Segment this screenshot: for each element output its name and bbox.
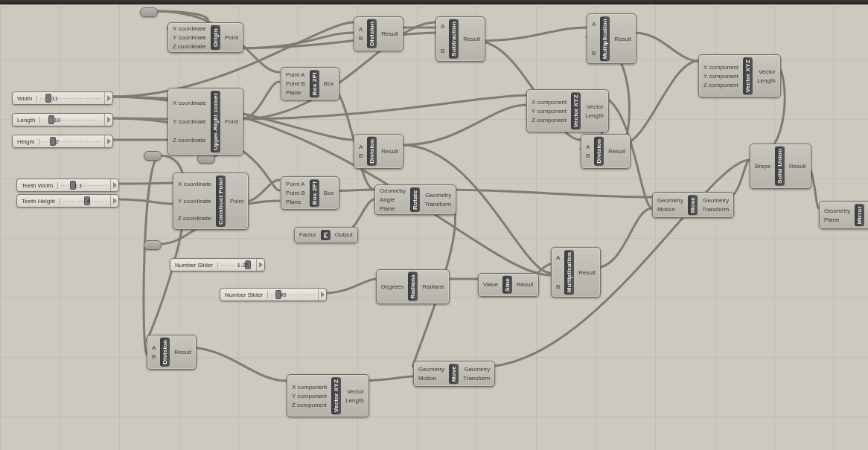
slider-number-2[interactable]: Number Slider 45: [220, 288, 327, 301]
port-in[interactable]: Point B: [284, 80, 307, 88]
port-in[interactable]: Degrees: [380, 283, 405, 291]
port-out[interactable]: Box: [322, 80, 336, 88]
node-subtraction[interactable]: A B Subtraction Result: [435, 16, 485, 62]
port-in[interactable]: X component: [702, 63, 740, 71]
node-vector-xyz-3[interactable]: X component Y component Z component Vect…: [287, 374, 369, 417]
port-in[interactable]: Motion: [417, 374, 438, 382]
port-in[interactable]: B: [357, 152, 364, 160]
port-in[interactable]: Y coordinate: [171, 118, 208, 126]
port-out[interactable]: Point: [223, 33, 240, 42]
port-in[interactable]: A: [357, 25, 364, 33]
slider-output-grip[interactable]: [104, 135, 112, 147]
port-in[interactable]: Y coordinate: [171, 33, 208, 42]
port-out[interactable]: Result: [607, 147, 627, 155]
node-vector-xyz-2[interactable]: X component Y component Z component Vect…: [698, 54, 781, 97]
node-rotate[interactable]: Geometry Angle Plane Rotate Geometry Tra…: [374, 184, 456, 215]
node-multiplication-1[interactable]: A B Multiplication Result: [587, 13, 636, 64]
port-out[interactable]: Result: [173, 348, 193, 356]
port-in[interactable]: Y component: [702, 72, 740, 80]
port-out[interactable]: Vector: [585, 103, 605, 111]
node-solid-union[interactable]: Breps Solid Union Result: [750, 144, 811, 189]
port-out[interactable]: Radians: [421, 283, 445, 291]
port-in[interactable]: A: [590, 20, 597, 28]
port-in[interactable]: A: [584, 143, 591, 151]
port-in[interactable]: Y coordinate: [176, 197, 213, 205]
node-division-1[interactable]: A B Division Result: [354, 16, 403, 51]
port-in[interactable]: B: [555, 283, 561, 291]
port-in[interactable]: Z component: [702, 81, 740, 89]
port-in[interactable]: Point A: [284, 180, 306, 188]
port-in[interactable]: Z coordinate: [176, 214, 212, 222]
port-in[interactable]: B: [357, 34, 364, 42]
node-origin[interactable]: X coordinate Y coordinate Z coordinate O…: [167, 22, 243, 53]
port-in[interactable]: Geometry: [656, 196, 685, 205]
port-in[interactable]: X component: [290, 383, 328, 391]
slider-output-grip[interactable]: [110, 179, 118, 191]
port-in[interactable]: Z coordinate: [171, 136, 207, 144]
port-out[interactable]: Vector: [345, 388, 366, 396]
port-out[interactable]: Transform: [423, 200, 453, 208]
slider-length[interactable]: Length 18: [12, 113, 113, 126]
port-out[interactable]: Result: [380, 147, 400, 155]
port-in[interactable]: A: [439, 22, 446, 30]
node-division-2[interactable]: A B Division Result: [354, 134, 403, 169]
port-in[interactable]: Point A: [284, 71, 306, 79]
port-out[interactable]: Transform: [462, 374, 491, 382]
port-out[interactable]: Length: [344, 396, 365, 405]
slider-teeth-height[interactable]: Teeth Height 4: [16, 194, 119, 208]
port-out[interactable]: Point: [223, 118, 240, 126]
relay[interactable]: [140, 7, 158, 17]
slider-output-grip[interactable]: [256, 259, 264, 271]
port-out[interactable]: Geometry: [462, 365, 491, 373]
port-out[interactable]: Result: [515, 280, 535, 289]
port-in[interactable]: Value: [482, 280, 500, 289]
port-in[interactable]: B: [584, 152, 591, 160]
port-in[interactable]: A: [150, 344, 157, 352]
node-move-2[interactable]: Geometry Motion Move Geometry Transform: [413, 361, 495, 387]
node-division-3[interactable]: A B Division Result: [581, 134, 631, 169]
node-construct-point[interactable]: X coordinate Y coordinate Z coordinate C…: [173, 173, 249, 230]
port-in[interactable]: Plane: [378, 205, 396, 213]
node-sine[interactable]: Value Sine Result: [478, 273, 539, 297]
port-in[interactable]: X component: [530, 98, 568, 106]
node-vector-xyz-1[interactable]: X component Y component Z component Vect…: [526, 89, 609, 132]
port-out[interactable]: Result: [380, 30, 400, 38]
port-in[interactable]: X coordinate: [176, 180, 213, 188]
port-out[interactable]: Length: [756, 77, 776, 85]
port-in[interactable]: Plane: [284, 89, 302, 97]
slider-width[interactable]: Width 11: [12, 91, 113, 105]
node-radians[interactable]: Degrees Radians Radians: [376, 269, 450, 304]
port-in[interactable]: Motion: [656, 205, 677, 213]
port-in[interactable]: Plane: [284, 198, 302, 206]
node-mirror[interactable]: Geometry Plane Mirror Ge Tr: [819, 201, 868, 229]
port-in[interactable]: Z component: [290, 401, 328, 409]
port-in[interactable]: Z coordinate: [171, 42, 207, 51]
port-in[interactable]: Angle: [378, 196, 396, 204]
port-in[interactable]: Point B: [284, 189, 307, 197]
port-out[interactable]: Result: [577, 269, 597, 277]
port-out[interactable]: Output: [334, 231, 354, 239]
port-in[interactable]: Geometry: [417, 365, 446, 373]
port-in[interactable]: Y component: [530, 107, 568, 115]
port-out[interactable]: Point: [229, 197, 245, 205]
node-box-2pt-2[interactable]: Point A Point B Plane Box 2Pt Box: [281, 176, 339, 210]
slider-height[interactable]: Height 2: [12, 135, 113, 148]
slider-output-grip[interactable]: [110, 195, 118, 207]
node-move-1[interactable]: Geometry Motion Move Geometry Transform: [652, 192, 734, 218]
node-pi[interactable]: Factor Pi Output: [294, 227, 358, 243]
slider-teeth-width[interactable]: Teeth Width 1.1: [16, 179, 119, 192]
slider-output-grip[interactable]: [104, 92, 112, 104]
port-in[interactable]: Geometry: [378, 187, 407, 195]
port-in[interactable]: Z component: [530, 116, 568, 124]
port-in[interactable]: Factor: [298, 231, 318, 239]
port-in[interactable]: A: [357, 143, 364, 151]
port-out[interactable]: Geometry: [701, 196, 730, 205]
port-out[interactable]: Result: [788, 162, 808, 170]
port-out[interactable]: Result: [613, 35, 633, 43]
port-in[interactable]: B: [590, 49, 597, 57]
port-in[interactable]: Y component: [290, 392, 328, 400]
relay[interactable]: [144, 240, 162, 250]
port-in[interactable]: Breps: [753, 162, 772, 170]
node-upper-right-corner[interactable]: X coordinate Y coordinate Z coordinate U…: [167, 88, 243, 155]
port-in[interactable]: A: [555, 254, 561, 262]
